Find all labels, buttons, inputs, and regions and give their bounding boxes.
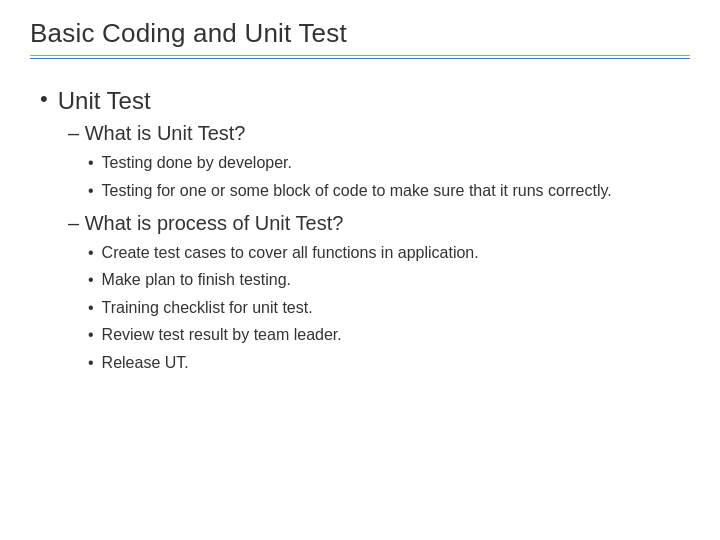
dash-symbol-2: –	[68, 212, 85, 234]
level3-dot: •	[88, 324, 94, 346]
level2-heading-1: What is Unit Test?	[85, 122, 246, 144]
slide-content: • Unit Test – What is Unit Test? • Testi…	[0, 65, 720, 540]
list-item: • Review test result by team leader.	[88, 324, 690, 346]
level2-dash-2: – What is process of Unit Test?	[68, 210, 690, 236]
level3-text: Make plan to finish testing.	[102, 269, 291, 291]
bullet-dot: •	[40, 85, 48, 114]
slide-title: Basic Coding and Unit Test	[30, 18, 690, 49]
list-item: • Testing for one or some block of code …	[88, 180, 690, 202]
level3-dot: •	[88, 269, 94, 291]
dash-symbol-1: –	[68, 122, 85, 144]
level3-dot: •	[88, 242, 94, 264]
level2-dash-1: – What is Unit Test?	[68, 120, 690, 146]
level3-section-2: • Create test cases to cover all functio…	[88, 242, 690, 374]
level3-text: Create test cases to cover all functions…	[102, 242, 479, 264]
level2-heading-2: What is process of Unit Test?	[85, 212, 344, 234]
level2-section-2: – What is process of Unit Test? • Create…	[68, 210, 690, 374]
level3-dot: •	[88, 152, 94, 174]
level3-text: Testing for one or some block of code to…	[102, 180, 612, 202]
list-item: • Training checklist for unit test.	[88, 297, 690, 319]
slide-header: Basic Coding and Unit Test	[0, 0, 720, 65]
list-item: • Make plan to finish testing.	[88, 269, 690, 291]
rule-green	[30, 55, 690, 56]
header-rule-container	[30, 55, 690, 59]
level3-dot: •	[88, 180, 94, 202]
rule-blue	[30, 58, 690, 59]
list-item: • Release UT.	[88, 352, 690, 374]
level3-dot: •	[88, 352, 94, 374]
level1-text: Unit Test	[58, 85, 151, 116]
list-item: • Create test cases to cover all functio…	[88, 242, 690, 264]
level3-text: Training checklist for unit test.	[102, 297, 313, 319]
level1-item: • Unit Test – What is Unit Test? • Testi…	[40, 85, 690, 374]
level1-bullet: • Unit Test	[40, 85, 690, 116]
level3-text: Review test result by team leader.	[102, 324, 342, 346]
level2-section-1: – What is Unit Test? • Testing done by d…	[68, 120, 690, 202]
slide-container: Basic Coding and Unit Test • Unit Test –…	[0, 0, 720, 540]
list-item: • Testing done by developer.	[88, 152, 690, 174]
level3-text: Testing done by developer.	[102, 152, 292, 174]
level3-dot: •	[88, 297, 94, 319]
level3-section-1: • Testing done by developer. • Testing f…	[88, 152, 690, 202]
level3-text: Release UT.	[102, 352, 189, 374]
